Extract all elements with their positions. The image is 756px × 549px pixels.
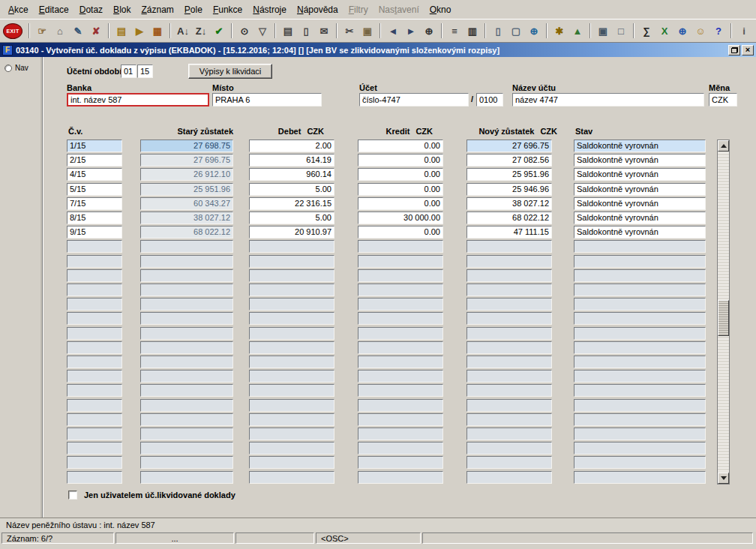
cell-stav-row5[interactable]: Saldokontně vyrovnán — [574, 197, 706, 210]
delete-record-icon[interactable]: ✘ — [88, 22, 104, 39]
cell-cv-row13[interactable] — [67, 312, 122, 325]
cell-debet-row6[interactable]: 5.00 — [249, 212, 334, 224]
menu-akce[interactable]: Akce — [3, 2, 34, 17]
cell-stav-row23[interactable] — [574, 456, 706, 469]
edit-record-icon[interactable]: ✎ — [70, 22, 86, 39]
cell-novy-row22[interactable] — [466, 442, 552, 454]
close-window-button[interactable]: × — [742, 45, 754, 56]
enter-query-icon[interactable]: ▤ — [113, 22, 130, 39]
cell-stav-row9[interactable] — [574, 255, 706, 268]
cell-cv-row15[interactable] — [67, 341, 122, 354]
cell-novy-row18[interactable] — [466, 384, 552, 397]
cell-debet-row11[interactable] — [249, 284, 334, 296]
menu-pole[interactable]: Pole — [179, 2, 208, 17]
cell-cv-row20[interactable] — [67, 413, 122, 426]
cell-cv-row22[interactable] — [67, 442, 122, 454]
cell-debet-row13[interactable] — [249, 312, 334, 325]
menu-zaznam[interactable]: Záznam — [136, 2, 178, 17]
cell-stav-row20[interactable] — [574, 413, 706, 426]
cell-stary-row6[interactable]: 38 027.12 — [140, 212, 233, 224]
cell-stary-row23[interactable] — [140, 456, 233, 469]
cell-stary-row5[interactable]: 60 343.27 — [140, 197, 233, 210]
cell-kredit-row2[interactable]: 0.00 — [358, 154, 443, 166]
bank-code-field[interactable]: 0100 — [476, 93, 503, 106]
cell-kredit-row19[interactable] — [358, 399, 443, 412]
cell-stav-row7[interactable]: Saldokontně vyrovnán — [574, 226, 706, 238]
cell-kredit-row18[interactable] — [358, 384, 443, 397]
currency-field[interactable]: CZK — [709, 93, 737, 106]
cell-novy-row2[interactable]: 27 082.56 — [466, 154, 552, 166]
cell-cv-row6[interactable]: 8/15 — [67, 212, 122, 224]
cell-cv-row9[interactable] — [67, 255, 122, 268]
cell-cv-row17[interactable] — [67, 370, 122, 382]
user-help-icon[interactable]: ☺ — [692, 22, 709, 39]
scroll-down-button[interactable] — [718, 472, 729, 484]
web-browser-icon[interactable]: ⊕ — [674, 22, 691, 39]
cell-cv-row8[interactable] — [67, 240, 122, 253]
cell-debet-row16[interactable] — [249, 356, 334, 368]
cell-kredit-row15[interactable] — [358, 341, 443, 354]
new-document-icon[interactable]: ▯ — [490, 22, 506, 39]
cell-cv-row19[interactable] — [67, 399, 122, 412]
cell-stary-row10[interactable] — [140, 269, 233, 282]
cell-kredit-row14[interactable] — [358, 327, 443, 340]
cell-cv-row14[interactable] — [67, 327, 122, 340]
cell-cv-row12[interactable] — [67, 298, 122, 310]
cell-stary-row13[interactable] — [140, 312, 233, 325]
cell-stav-row15[interactable] — [574, 341, 706, 354]
sort-ascending-icon[interactable]: A↓ — [175, 22, 191, 39]
cell-kredit-row20[interactable] — [358, 413, 443, 426]
cell-debet-row24[interactable] — [249, 471, 334, 484]
place-field[interactable]: PRAHA 6 — [212, 93, 322, 106]
cell-stav-row4[interactable]: Saldokontně vyrovnán — [574, 183, 706, 196]
cell-stary-row4[interactable]: 25 951.96 — [140, 183, 233, 196]
cell-novy-row12[interactable] — [466, 298, 552, 310]
cell-debet-row15[interactable] — [249, 341, 334, 354]
cell-stary-row11[interactable] — [140, 284, 233, 296]
cell-cv-row2[interactable]: 2/15 — [67, 154, 122, 166]
period-year-field[interactable]: 15 — [137, 64, 153, 78]
cell-stav-row2[interactable]: Saldokontně vyrovnán — [574, 154, 706, 166]
cell-novy-row19[interactable] — [466, 399, 552, 412]
filter-icon[interactable]: ▽ — [254, 22, 271, 39]
cell-cv-row1[interactable]: 1/15 — [67, 140, 122, 152]
cell-stav-row11[interactable] — [574, 284, 706, 296]
cell-stav-row18[interactable] — [574, 384, 706, 397]
account-number-field[interactable]: číslo-4747 — [359, 93, 469, 106]
window-list-icon[interactable]: □ — [613, 22, 629, 39]
cell-novy-row15[interactable] — [466, 341, 552, 354]
network-icon[interactable]: ⊕ — [526, 22, 542, 39]
navigator-toggle[interactable]: Nav — [4, 64, 42, 72]
cell-stary-row24[interactable] — [140, 471, 233, 484]
paste-icon[interactable]: ▣ — [359, 22, 376, 39]
cancel-query-icon[interactable]: ▦ — [149, 22, 166, 39]
sum-icon[interactable]: ∑ — [638, 22, 655, 39]
cell-stav-row16[interactable] — [574, 356, 706, 368]
cell-debet-row2[interactable]: 614.19 — [249, 154, 334, 166]
cell-novy-row7[interactable]: 47 111.15 — [466, 226, 552, 238]
cell-stav-row19[interactable] — [574, 399, 706, 412]
cell-stary-row7[interactable]: 68 022.12 — [140, 226, 233, 238]
cell-stary-row14[interactable] — [140, 327, 233, 340]
cell-stav-row24[interactable] — [574, 471, 706, 484]
cell-stav-row10[interactable] — [574, 269, 706, 282]
cell-kredit-row22[interactable] — [358, 442, 443, 454]
cell-kredit-row8[interactable] — [358, 240, 443, 253]
menu-nastroje[interactable]: Nástroje — [248, 2, 292, 17]
excel-export-icon[interactable]: X — [656, 22, 673, 39]
cell-kredit-row13[interactable] — [358, 312, 443, 325]
cell-novy-row6[interactable]: 68 022.12 — [466, 212, 552, 224]
menu-okno[interactable]: Okno — [424, 2, 457, 17]
cell-stav-row6[interactable]: Saldokontně vyrovnán — [574, 212, 706, 224]
mail-icon[interactable]: ✉ — [316, 22, 332, 39]
cell-debet-row23[interactable] — [249, 456, 334, 469]
cell-cv-row23[interactable] — [67, 456, 122, 469]
cell-stary-row21[interactable] — [140, 428, 233, 440]
cell-novy-row21[interactable] — [466, 428, 552, 440]
cell-debet-row19[interactable] — [249, 399, 334, 412]
cell-debet-row4[interactable]: 5.00 — [249, 183, 334, 196]
cell-debet-row9[interactable] — [249, 255, 334, 268]
next-block-icon[interactable]: ► — [403, 22, 419, 39]
menu-funkce[interactable]: Funkce — [208, 2, 248, 17]
cell-novy-row17[interactable] — [466, 370, 552, 382]
